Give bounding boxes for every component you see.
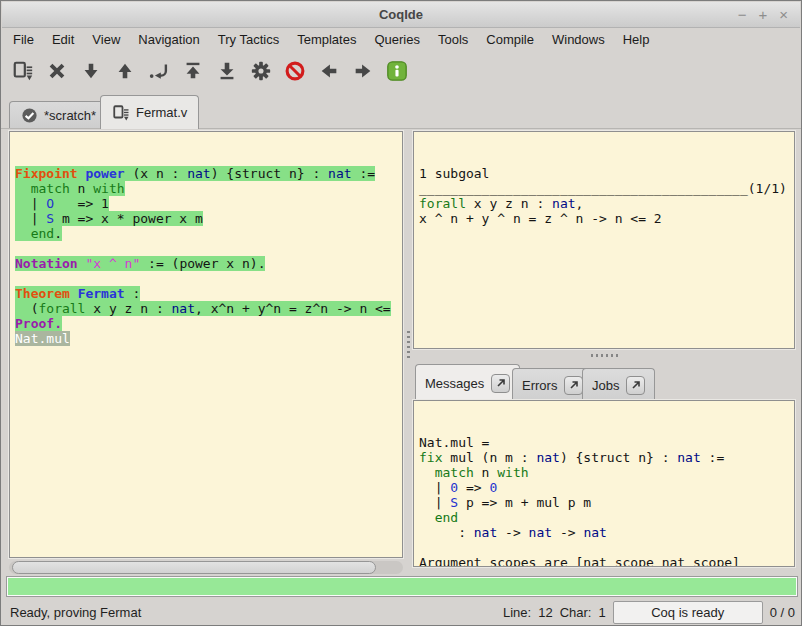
gear-icon	[250, 60, 272, 82]
menu-item-windows[interactable]: Windows	[543, 30, 614, 49]
save-icon	[112, 104, 130, 122]
script-editor-content: Fixpoint power (x n : nat) {struct n} : …	[15, 166, 402, 346]
char-label: Char:	[560, 605, 592, 620]
go-to-end-icon	[216, 60, 238, 82]
tab-scratch-label: *scratch*	[44, 108, 96, 123]
menu-item-view[interactable]: View	[83, 30, 129, 49]
status-bar: Ready, proving Fermat Line: 12 Char: 1 C…	[1, 599, 802, 626]
title-bar[interactable]: CoqIde − + ×	[2, 2, 800, 28]
line-label: Line:	[503, 605, 531, 620]
progress-fill	[8, 578, 796, 595]
coqide-window: CoqIde − + × FileEditViewNavigationTry T…	[0, 0, 802, 626]
code-line: Argument scopes are [nat_scope nat_scope…	[419, 555, 794, 567]
window-controls: − + ×	[738, 2, 788, 27]
code-line: Fixpoint power (x n : nat) {struct n} : …	[15, 166, 402, 181]
tab-jobs[interactable]: Jobs	[582, 368, 655, 401]
menu-item-tools[interactable]: Tools	[429, 30, 477, 49]
menu-item-file[interactable]: File	[4, 30, 43, 49]
code-line: Proof.	[15, 316, 402, 331]
menu-item-queries[interactable]: Queries	[365, 30, 429, 49]
messages-panel-content: Nat.mul =fix mul (n m : nat) {struct n} …	[419, 435, 794, 567]
backward-one-command-button[interactable]	[108, 54, 142, 88]
code-line: ________________________________________…	[419, 181, 794, 196]
code-line	[15, 241, 402, 256]
fully-check-button[interactable]	[244, 54, 278, 88]
progress-bar	[6, 576, 798, 597]
detach-messages-button[interactable]	[491, 374, 510, 393]
check-icon	[21, 107, 38, 124]
maximize-button[interactable]: +	[758, 7, 767, 22]
save-button[interactable]	[6, 54, 40, 88]
code-line	[419, 540, 794, 555]
detach-arrow-icon	[569, 380, 579, 390]
minimize-button[interactable]: −	[738, 7, 747, 22]
code-line: x ^ n + y ^ n = z ^ n -> n <= 2	[419, 211, 794, 226]
tab-fermat[interactable]: Fermat.v	[100, 95, 199, 129]
toolbar	[6, 51, 414, 91]
goal-panel[interactable]: 1 subgoal_______________________________…	[413, 131, 795, 349]
tab-jobs-label: Jobs	[592, 378, 619, 393]
code-line: match n with	[419, 465, 794, 480]
code-line: end	[419, 510, 794, 525]
next-button[interactable]	[346, 54, 380, 88]
coq-state: Coq is ready	[613, 601, 763, 624]
script-editor[interactable]: Fixpoint power (x n : nat) {struct n} : …	[9, 131, 403, 558]
restart-button[interactable]	[176, 54, 210, 88]
code-line: forall x y z n : nat,	[419, 196, 794, 211]
go-to-end-button[interactable]	[210, 54, 244, 88]
save-icon	[12, 60, 34, 82]
interrupt-icon	[284, 60, 306, 82]
arrow-down-icon	[80, 60, 102, 82]
menu-bar: FileEditViewNavigationTry TacticsTemplat…	[4, 29, 658, 50]
code-line: Nat.mul	[15, 331, 402, 346]
code-line: | S p => m + mul p m	[419, 495, 794, 510]
code-line: Theorem Fermat :	[15, 286, 402, 301]
detach-jobs-button[interactable]	[626, 376, 645, 395]
about-button[interactable]	[380, 54, 414, 88]
scrollbar-thumb[interactable]	[12, 561, 376, 574]
arrow-right-icon	[352, 60, 374, 82]
detach-errors-button[interactable]	[564, 376, 583, 395]
menu-item-templates[interactable]: Templates	[288, 30, 365, 49]
code-line: fix mul (n m : nat) {struct n} : nat :=	[419, 450, 794, 465]
tab-scratch[interactable]: *scratch*	[9, 101, 108, 128]
previous-button[interactable]	[312, 54, 346, 88]
code-line: match n with	[15, 181, 402, 196]
window-title: CoqIde	[2, 2, 800, 27]
close-icon	[46, 60, 68, 82]
code-line: Nat.mul =	[419, 435, 794, 450]
horizontal-splitter[interactable]	[413, 350, 795, 361]
tab-errors-label: Errors	[522, 378, 557, 393]
arrow-up-icon	[114, 60, 136, 82]
splitter-handle-icon	[591, 354, 618, 357]
tab-messages[interactable]: Messages	[415, 364, 520, 401]
go-to-cursor-icon	[148, 60, 170, 82]
splitter-handle-icon	[407, 331, 410, 358]
tab-messages-label: Messages	[425, 376, 484, 391]
menu-item-compile[interactable]: Compile	[477, 30, 543, 49]
menu-item-edit[interactable]: Edit	[43, 30, 83, 49]
detach-arrow-icon	[496, 378, 506, 388]
messages-panel[interactable]: Nat.mul =fix mul (n m : nat) {struct n} …	[413, 400, 795, 567]
close-buffer-button[interactable]	[40, 54, 74, 88]
code-line: 1 subgoal	[419, 166, 794, 181]
arrow-left-icon	[318, 60, 340, 82]
go-to-cursor-button[interactable]	[142, 54, 176, 88]
detach-arrow-icon	[631, 380, 641, 390]
line-value: 12	[538, 605, 552, 620]
goal-counter: 0 / 0	[770, 605, 795, 620]
forward-one-command-button[interactable]	[74, 54, 108, 88]
info-icon	[386, 60, 408, 82]
interrupt-button[interactable]	[278, 54, 312, 88]
code-line: end.	[15, 226, 402, 241]
code-line	[15, 271, 402, 286]
code-line: | S m => x * power x m	[15, 211, 402, 226]
vertical-splitter[interactable]	[404, 131, 412, 558]
code-line: Notation "x ^ n" := (power x n).	[15, 256, 402, 271]
menu-item-help[interactable]: Help	[614, 30, 659, 49]
close-button[interactable]: ×	[779, 7, 788, 22]
editor-h-scrollbar[interactable]	[9, 561, 403, 574]
menu-item-navigation[interactable]: Navigation	[129, 30, 208, 49]
menu-item-try-tactics[interactable]: Try Tactics	[209, 30, 288, 49]
code-line: (forall x y z n : nat, x^n + y^n = z^n -…	[15, 301, 402, 316]
